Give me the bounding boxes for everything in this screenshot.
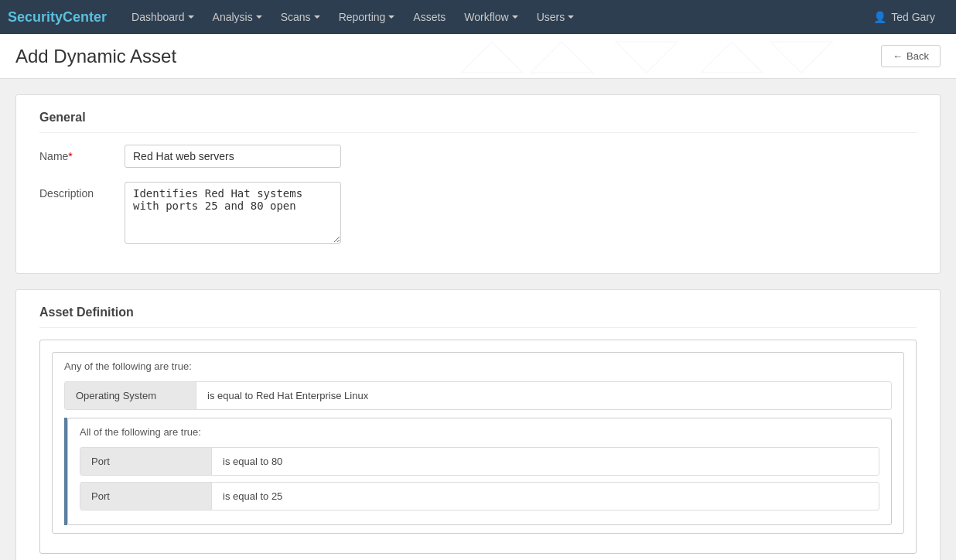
nav-users[interactable]: Users — [528, 0, 584, 34]
page-header: Add Dynamic Asset ← Back — [0, 34, 956, 79]
main-content: General Name* Description Asset Definiti… — [0, 79, 956, 560]
nav-analysis[interactable]: Analysis — [203, 0, 271, 34]
chevron-down-icon — [256, 15, 262, 19]
page-title: Add Dynamic Asset — [15, 46, 176, 67]
condition-value-port80: is equal to 80 — [212, 448, 879, 475]
condition-field-port25: Port — [80, 483, 212, 510]
condition-value-os: is equal to Red Hat Enterprise Linux — [196, 382, 891, 409]
outer-group-title: Any of the following are true: — [64, 360, 892, 372]
chevron-down-icon — [314, 15, 320, 19]
nav-assets[interactable]: Assets — [404, 0, 455, 34]
svg-marker-0 — [461, 42, 523, 73]
chevron-down-icon — [388, 15, 394, 19]
nav-dashboard[interactable]: Dashboard — [122, 0, 203, 34]
brand-name-part1: Security — [8, 9, 63, 26]
back-button[interactable]: ← Back — [881, 45, 941, 67]
general-section: General Name* Description — [15, 94, 941, 274]
chevron-down-icon — [512, 15, 518, 19]
general-title: General — [39, 111, 917, 133]
condition-row-port25: Port is equal to 25 — [80, 482, 879, 510]
back-arrow-icon: ← — [893, 50, 903, 62]
nav-scans[interactable]: Scans — [271, 0, 329, 34]
brand-name-part2: Center — [63, 9, 107, 26]
brand-logo: SecurityCenter — [8, 9, 107, 26]
asset-definition-box: Any of the following are true: Operating… — [39, 340, 917, 554]
description-input[interactable] — [125, 182, 341, 244]
chevron-down-icon — [188, 15, 194, 19]
header-decoration — [446, 34, 910, 78]
asset-definition-title: Asset Definition — [39, 306, 917, 328]
asset-definition-section: Asset Definition Any of the following ar… — [15, 289, 941, 560]
decoration-svg — [446, 34, 910, 79]
desc-label: Description — [39, 182, 125, 200]
name-input[interactable] — [125, 145, 341, 168]
svg-marker-1 — [531, 42, 592, 73]
condition-field-os: Operating System — [65, 382, 196, 409]
outer-condition-group: Any of the following are true: Operating… — [52, 352, 904, 534]
nav-reporting[interactable]: Reporting — [329, 0, 405, 34]
nav-workflow[interactable]: Workflow — [455, 0, 527, 34]
name-field-group: Name* — [39, 145, 917, 168]
condition-value-port25: is equal to 25 — [212, 483, 879, 510]
svg-marker-2 — [616, 42, 678, 73]
condition-row-port80: Port is equal to 80 — [80, 447, 879, 476]
name-label: Name* — [39, 145, 125, 162]
user-name: Ted Gary — [891, 11, 935, 23]
user-icon: 👤 — [873, 11, 886, 23]
desc-field-group: Description — [39, 182, 917, 244]
condition-field-port80: Port — [80, 448, 212, 475]
inner-group-title: All of the following are true: — [80, 426, 879, 438]
svg-marker-4 — [770, 42, 832, 73]
chevron-down-icon — [568, 15, 574, 19]
nested-condition-group: All of the following are true: Port is e… — [64, 418, 892, 525]
condition-row-os: Operating System is equal to Red Hat Ent… — [64, 381, 892, 410]
nav-items: Dashboard Analysis Scans Reporting Asset… — [122, 0, 864, 34]
user-menu[interactable]: 👤 Ted Gary — [864, 11, 948, 23]
nested-inner-box: All of the following are true: Port is e… — [67, 418, 892, 525]
svg-marker-3 — [701, 42, 763, 73]
navbar: SecurityCenter Dashboard Analysis Scans … — [0, 0, 956, 34]
